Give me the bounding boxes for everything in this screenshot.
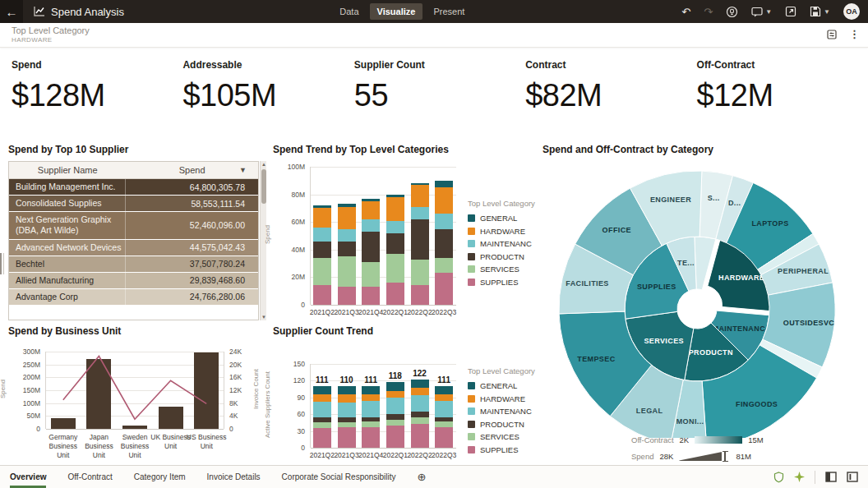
legend-item[interactable]: MAINTENANC: [468, 407, 535, 416]
canvas-tab-off-contract[interactable]: Off-Contract: [67, 466, 112, 488]
legend-item[interactable]: MAINTENANC: [468, 239, 535, 248]
panel-collapse-handle[interactable]: [0, 253, 4, 274]
bar-segment[interactable]: [435, 421, 453, 427]
bar-segment[interactable]: [313, 242, 331, 258]
filter-value[interactable]: HARDWARE: [12, 36, 868, 44]
bar-segment[interactable]: [362, 219, 380, 232]
bar-segment[interactable]: [338, 403, 356, 417]
bar-segment[interactable]: [313, 417, 331, 421]
bar-segment[interactable]: [411, 395, 429, 412]
bar-segment[interactable]: [313, 228, 331, 242]
undo-icon[interactable]: ↶: [681, 6, 690, 18]
bar-segment[interactable]: [362, 417, 380, 421]
legend-item[interactable]: SERVICES: [468, 265, 535, 274]
bar-segment[interactable]: [435, 417, 453, 421]
bar-segment[interactable]: [435, 401, 453, 417]
user-avatar[interactable]: OA: [843, 3, 860, 20]
auto-insights-spark-icon[interactable]: [794, 472, 805, 482]
share-export-icon[interactable]: [785, 6, 796, 17]
bar-segment[interactable]: [411, 183, 429, 185]
bar-segment[interactable]: [362, 201, 380, 219]
table-row[interactable]: Next Generation Graphix (DBA, Art Wilde)…: [9, 212, 258, 239]
table-row[interactable]: Advantage Corp24,766,280.06: [9, 289, 258, 306]
bar-segment[interactable]: [338, 287, 356, 305]
legend-item[interactable]: PRODUCTN: [468, 252, 535, 261]
bar-segment[interactable]: [435, 394, 453, 401]
bar-segment[interactable]: [338, 394, 356, 403]
legend-item[interactable]: PRODUCTN: [468, 420, 535, 429]
comments-icon[interactable]: ▼: [751, 7, 772, 17]
bar-segment[interactable]: [411, 388, 429, 395]
kpi-off-contract[interactable]: Off-Contract$12M: [697, 59, 868, 136]
bar-segment[interactable]: [313, 208, 331, 228]
legend-item[interactable]: GENERAL: [468, 381, 535, 390]
bar-segment[interactable]: [338, 256, 356, 287]
bar-segment[interactable]: [411, 412, 429, 417]
bar-segment[interactable]: [338, 204, 356, 206]
filter-label[interactable]: Top Level Category: [12, 23, 868, 35]
bar-segment[interactable]: [386, 414, 404, 420]
bar-segment[interactable]: [362, 262, 380, 287]
layout-left-panel-icon[interactable]: [825, 472, 837, 482]
bar-segment[interactable]: [386, 382, 404, 391]
invoice-count-line[interactable]: [45, 352, 224, 429]
bar-segment[interactable]: [386, 233, 404, 254]
bar-segment[interactable]: [338, 207, 356, 229]
layout-split-panel-icon[interactable]: [847, 472, 858, 482]
bar-segment[interactable]: [313, 428, 331, 448]
kpi-spend[interactable]: Spend$128M: [12, 59, 182, 136]
bar-segment[interactable]: [313, 402, 331, 417]
bar-segment[interactable]: [435, 273, 453, 305]
tab-visualize[interactable]: Visualize: [370, 3, 423, 20]
bar-segment[interactable]: [411, 207, 429, 219]
bar-segment[interactable]: [435, 187, 453, 214]
bar-segment[interactable]: [362, 287, 380, 305]
bar-segment[interactable]: [313, 285, 331, 305]
table-row[interactable]: Consolidated Supplies58,553,111.54: [9, 196, 258, 212]
bar-segment[interactable]: [313, 422, 331, 428]
insights-icon[interactable]: [726, 6, 738, 18]
bar-segment[interactable]: [435, 229, 453, 258]
bar-segment[interactable]: [362, 427, 380, 448]
legend-item[interactable]: SUPPLIES: [468, 278, 535, 287]
bar-segment[interactable]: [386, 391, 404, 398]
bar-segment[interactable]: [362, 401, 380, 417]
bar-segment[interactable]: [362, 232, 380, 262]
bar-segment[interactable]: [411, 219, 429, 260]
bar-segment[interactable]: [435, 386, 453, 394]
bar-segment[interactable]: [435, 258, 453, 273]
add-canvas-icon[interactable]: ⊕: [418, 471, 427, 483]
bar-segment[interactable]: [386, 283, 404, 305]
legend-item[interactable]: HARDWARE: [468, 227, 535, 236]
table-row[interactable]: Allied Manufacturing29,839,468.60: [9, 273, 258, 289]
bar-segment[interactable]: [435, 181, 453, 187]
kebab-menu-icon[interactable]: ⋮: [849, 28, 860, 40]
bar-segment[interactable]: [411, 380, 429, 388]
bar-segment[interactable]: [338, 386, 356, 394]
bar-segment[interactable]: [386, 221, 404, 233]
tab-present[interactable]: Present: [426, 3, 472, 20]
bar-segment[interactable]: [313, 386, 331, 394]
canvas-tab-category-item[interactable]: Category Item: [134, 466, 186, 488]
bar-segment[interactable]: [313, 205, 331, 208]
quality-badge-icon[interactable]: [773, 472, 784, 483]
kpi-addressable[interactable]: Addressable$105M: [182, 59, 353, 136]
canvas-tab-overview[interactable]: Overview: [10, 466, 46, 488]
bar-segment[interactable]: [362, 421, 380, 427]
canvas-tab-corporate-social-responsibility[interactable]: Corporate Social Responsibility: [282, 466, 396, 488]
kpi-supplier-count[interactable]: Supplier Count55: [354, 59, 525, 136]
bar-segment[interactable]: [313, 258, 331, 286]
bar-segment[interactable]: [313, 394, 331, 403]
sort-caret-icon[interactable]: ▼: [239, 166, 247, 174]
bar-segment[interactable]: [338, 417, 356, 421]
tab-data[interactable]: Data: [332, 3, 366, 20]
legend-item[interactable]: SUPPLIES: [468, 445, 535, 454]
bar-segment[interactable]: [435, 427, 453, 448]
bar-segment[interactable]: [362, 394, 380, 400]
legend-item[interactable]: GENERAL: [468, 214, 535, 223]
bar-segment[interactable]: [386, 254, 404, 283]
bar-segment[interactable]: [411, 285, 429, 305]
bar-segment[interactable]: [386, 426, 404, 448]
bar-segment[interactable]: [386, 398, 404, 414]
bar-segment[interactable]: [386, 197, 404, 221]
